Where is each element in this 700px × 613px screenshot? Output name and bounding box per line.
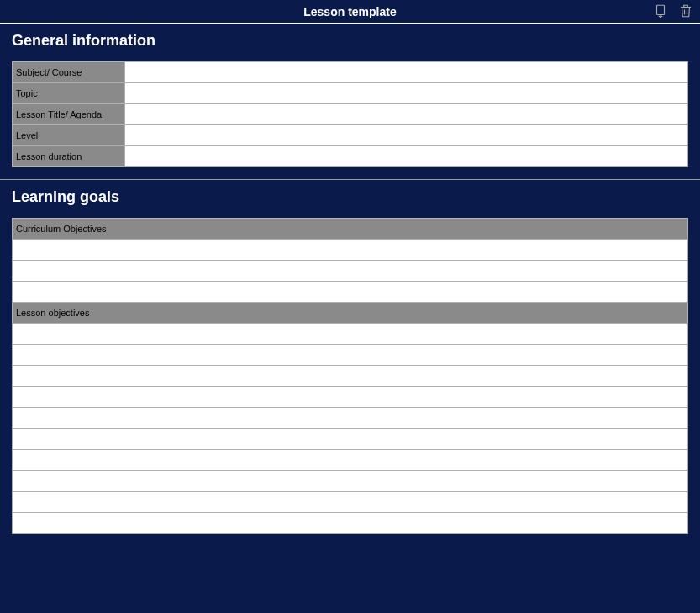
table-row (13, 387, 688, 408)
curriculum-objectives-header: Curriculum Objectives (13, 219, 688, 240)
table-row: Subject/ Course (13, 62, 688, 83)
table-row: Lesson duration (13, 146, 688, 167)
table-row (13, 429, 688, 450)
field-value[interactable] (125, 125, 688, 146)
objective-cell[interactable] (13, 387, 688, 408)
table-row (13, 471, 688, 492)
objective-cell[interactable] (13, 282, 688, 303)
table-header-row: Curriculum Objectives (13, 219, 688, 240)
header-bar: Lesson template (0, 0, 700, 24)
trash-icon[interactable] (678, 3, 693, 18)
table-header-row: Lesson objectives (13, 303, 688, 324)
field-value[interactable] (125, 146, 688, 167)
objective-cell[interactable] (13, 324, 688, 345)
table-row: Topic (13, 83, 688, 104)
table-row (13, 366, 688, 387)
section-title-general: General information (12, 32, 688, 50)
objective-cell[interactable] (13, 261, 688, 282)
table-row: Level (13, 125, 688, 146)
field-label: Lesson duration (13, 146, 125, 167)
field-value[interactable] (125, 62, 688, 83)
objective-cell[interactable] (13, 429, 688, 450)
table-row (13, 513, 688, 534)
field-value[interactable] (125, 83, 688, 104)
field-value[interactable] (125, 104, 688, 125)
table-row (13, 408, 688, 429)
table-row (13, 282, 688, 303)
lesson-objectives-header: Lesson objectives (13, 303, 688, 324)
page-title: Lesson template (303, 5, 396, 18)
general-info-table: Subject/ Course Topic Lesson Title/ Agen… (12, 61, 688, 167)
table-row (13, 450, 688, 471)
objective-cell[interactable] (13, 513, 688, 534)
curriculum-objectives-table: Curriculum Objectives Lesson objectives (12, 218, 688, 534)
objective-cell[interactable] (13, 471, 688, 492)
table-row (13, 345, 688, 366)
table-row (13, 261, 688, 282)
table-row (13, 492, 688, 513)
header-actions (653, 3, 693, 18)
table-row (13, 324, 688, 345)
field-label: Lesson Title/ Agenda (13, 104, 125, 125)
learning-goals-section: Learning goals Curriculum Objectives Les… (0, 179, 700, 546)
objective-cell[interactable] (13, 366, 688, 387)
field-label: Topic (13, 83, 125, 104)
objective-cell[interactable] (13, 345, 688, 366)
table-row: Lesson Title/ Agenda (13, 104, 688, 125)
objective-cell[interactable] (13, 240, 688, 261)
objective-cell[interactable] (13, 492, 688, 513)
svg-rect-0 (657, 5, 665, 14)
general-information-section: General information Subject/ Course Topi… (0, 24, 700, 179)
table-row (13, 240, 688, 261)
content-area: General information Subject/ Course Topi… (0, 24, 700, 546)
objective-cell[interactable] (13, 408, 688, 429)
bookmark-icon[interactable] (653, 3, 668, 18)
field-label: Subject/ Course (13, 62, 125, 83)
section-title-learning-goals: Learning goals (12, 188, 688, 206)
field-label: Level (13, 125, 125, 146)
objective-cell[interactable] (13, 450, 688, 471)
